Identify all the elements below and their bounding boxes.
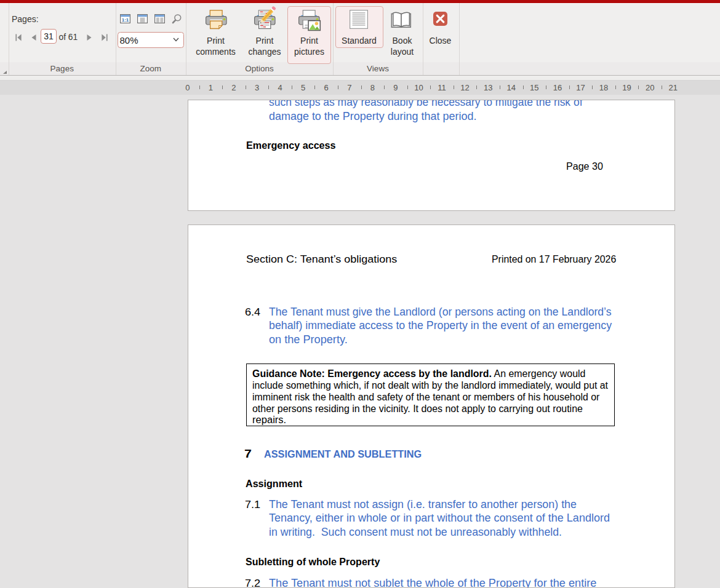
svg-text:1:1: 1:1 [121,17,129,23]
